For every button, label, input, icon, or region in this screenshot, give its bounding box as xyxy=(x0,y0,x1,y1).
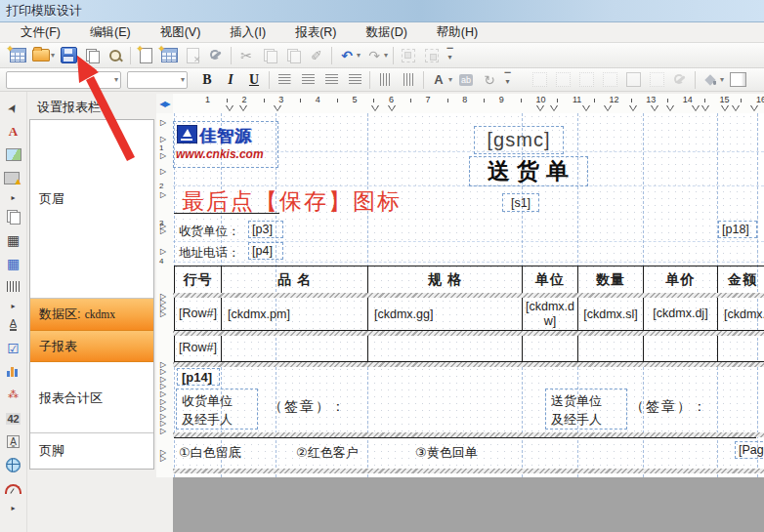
border-right-button[interactable] xyxy=(598,69,621,91)
same-size-button[interactable] xyxy=(420,45,444,66)
band-start-marker[interactable]: ▷ xyxy=(160,119,166,127)
image-tool[interactable] xyxy=(4,146,23,163)
sign-left-suffix[interactable]: （签章）： xyxy=(269,398,347,416)
menu-report[interactable]: 报表(R) xyxy=(280,22,351,43)
copy-report-button[interactable] xyxy=(80,45,104,66)
tab-stop-marker[interactable] xyxy=(701,105,709,111)
cell-price[interactable]: [ckdmx.dj] xyxy=(644,298,718,331)
band-start-marker[interactable]: ▷ xyxy=(160,428,166,435)
band-start-marker[interactable]: ▷ xyxy=(160,191,166,199)
number-tool[interactable]: 42 xyxy=(4,410,23,427)
col-header-rowno[interactable]: 行号 xyxy=(175,266,222,294)
address-label[interactable]: 地址电话： xyxy=(179,245,240,262)
band-separator-hatch[interactable] xyxy=(173,432,764,437)
cell-empty[interactable] xyxy=(368,335,523,362)
band-separator-hatch[interactable] xyxy=(173,293,764,298)
col-header-qty[interactable]: 数量 xyxy=(578,266,644,294)
save-button[interactable] xyxy=(57,45,80,66)
label-tool[interactable]: A xyxy=(4,123,23,140)
detail-row-template[interactable]: [Row#] [ckdmx.pm] [ckdmx.gg] [ckdmx.dw] … xyxy=(174,298,764,331)
chart-tool[interactable] xyxy=(4,363,23,380)
align-left-button[interactable] xyxy=(273,69,296,91)
toolbox-expand-1[interactable]: ▸ xyxy=(4,193,23,201)
col-header-amount[interactable]: 金额 xyxy=(718,266,764,294)
tab-stop-marker[interactable] xyxy=(550,105,558,111)
col-header-unit[interactable]: 单位 xyxy=(523,266,578,294)
tab-stop-marker[interactable] xyxy=(274,105,281,111)
border-none-button[interactable] xyxy=(528,69,551,91)
band-start-marker[interactable]: ▷ xyxy=(160,455,166,463)
cell-empty[interactable] xyxy=(222,335,368,362)
border-inside-button[interactable] xyxy=(645,69,668,91)
open-button[interactable] xyxy=(29,45,53,66)
band-separator-hatch[interactable] xyxy=(173,469,764,473)
band-report-total[interactable]: 报表合计区 xyxy=(30,362,153,433)
band-separator-hatch[interactable] xyxy=(173,331,764,336)
vertical-text-button[interactable] xyxy=(373,69,397,91)
font-color-button[interactable]: A xyxy=(427,69,450,91)
format-painter-button[interactable]: ✐ xyxy=(305,45,328,66)
border-left-button[interactable] xyxy=(574,69,598,91)
bold-button[interactable]: B xyxy=(195,69,219,91)
undo-button[interactable]: ↶ xyxy=(335,45,359,66)
menu-file[interactable]: 文件(F) xyxy=(6,22,75,43)
checkbox-tool[interactable]: ☑ xyxy=(4,340,23,356)
crosstab-tool[interactable]: ▦ xyxy=(4,255,23,271)
cell-product[interactable]: [ckdmx.pm] xyxy=(222,298,368,331)
receiver-field[interactable]: [p3] xyxy=(248,221,283,238)
col-header-price[interactable]: 单价 xyxy=(644,266,718,294)
address-field[interactable]: [p4] xyxy=(248,242,283,260)
paste-button[interactable] xyxy=(281,45,305,66)
band-marker-strip[interactable]: ▷▷▷▷▷▷▷▷▷▷▷▷▷▷▷▷▷▷▷▷▷▷▷▷1234 xyxy=(156,113,174,477)
redo-button[interactable]: ↷ xyxy=(362,45,386,66)
company-name-field[interactable]: [gsmc] xyxy=(474,126,564,154)
title-bar[interactable]: 打印模版设计 xyxy=(0,0,764,22)
design-canvas[interactable]: 佳智源 www.cnkis.com [gsmc] 送货单 [s1] 最后点【保存… xyxy=(173,113,764,477)
band-start-marker[interactable]: ▷ xyxy=(160,168,166,176)
copies-note-1[interactable]: ①白色留底 xyxy=(179,444,241,462)
format-overflow-button[interactable]: ▔▾ xyxy=(501,75,514,84)
tab-stop-marker[interactable] xyxy=(582,105,590,111)
band-start-marker[interactable]: ▷ xyxy=(160,310,166,318)
cell-spec[interactable]: [ckdmx.gg] xyxy=(368,298,523,331)
subframe-tool[interactable] xyxy=(4,208,23,225)
border-all-button[interactable] xyxy=(551,69,574,91)
sign-right-suffix[interactable]: （签章）： xyxy=(630,398,708,416)
rotate-button[interactable]: ↻ xyxy=(478,69,501,91)
sign-left-element[interactable]: 收货单位 及经手人 xyxy=(176,389,258,430)
cell-empty[interactable] xyxy=(523,335,578,362)
p18-field[interactable]: [p18] xyxy=(718,221,757,238)
logo-element[interactable]: 佳智源 www.cnkis.com xyxy=(173,121,278,168)
barcode-tool[interactable] xyxy=(4,278,23,295)
tab-stop-marker[interactable] xyxy=(536,105,544,111)
col-header-spec[interactable]: 规 格 xyxy=(368,266,523,294)
page-setup-button[interactable] xyxy=(204,45,228,66)
band-page-footer[interactable]: 页脚 xyxy=(30,433,153,470)
tab-stop-marker[interactable] xyxy=(666,105,674,111)
tab-stop-marker[interactable] xyxy=(750,105,758,111)
richtext-tool[interactable]: A̲ xyxy=(4,316,23,333)
copies-note-2[interactable]: ②红色客户 xyxy=(296,444,359,462)
tab-stop-marker[interactable] xyxy=(226,105,233,111)
toolbar-overflow-button[interactable]: ▔▾ xyxy=(444,51,456,60)
band-separator-hatch[interactable] xyxy=(173,362,764,367)
text-ruler-tool[interactable]: A̳ xyxy=(4,433,23,450)
label-style-button[interactable]: ab xyxy=(454,69,478,91)
tab-stop-marker[interactable] xyxy=(371,105,379,111)
font-size-select[interactable]: ▾ xyxy=(127,71,188,89)
cell-empty[interactable] xyxy=(578,335,644,362)
align-justify-button[interactable] xyxy=(343,69,366,91)
cell-rowno[interactable]: [Row#] xyxy=(175,298,222,331)
cut-button[interactable]: ✂ xyxy=(234,45,258,66)
align-center-button[interactable] xyxy=(296,69,319,91)
tab-stop-marker[interactable] xyxy=(692,105,700,111)
new-page-button[interactable]: ✦ xyxy=(134,45,157,66)
menu-edit[interactable]: 编辑(E) xyxy=(75,22,146,43)
align-to-grid-button[interactable] xyxy=(397,45,420,66)
tab-stop-marker[interactable] xyxy=(651,105,658,111)
detail-row-empty[interactable]: [Row#] xyxy=(174,335,764,362)
toolbox-expand-3[interactable]: ▸ xyxy=(4,504,23,512)
band-start-marker[interactable]: ▷ xyxy=(160,136,166,143)
tab-stop-marker[interactable] xyxy=(604,105,612,111)
italic-button[interactable]: I xyxy=(219,69,242,91)
